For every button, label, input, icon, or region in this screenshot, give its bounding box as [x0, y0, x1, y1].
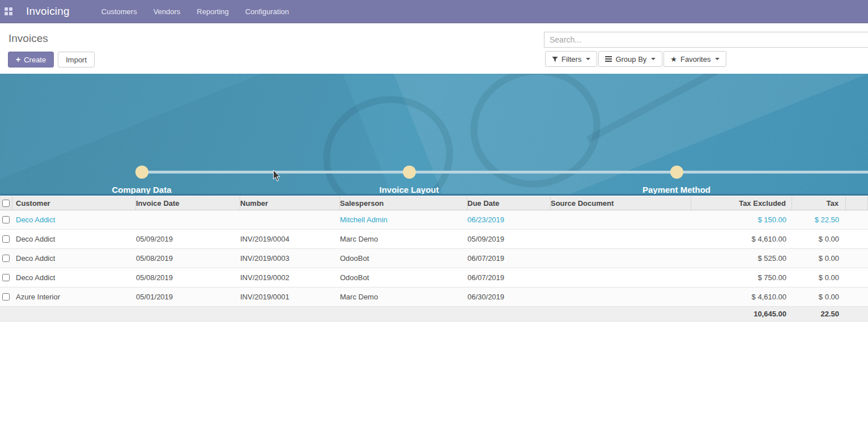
cell-tax-excluded[interactable]: $ 4,610.00 — [691, 293, 792, 301]
cell-invoice-date[interactable]: 05/01/2019 — [136, 293, 240, 301]
nav-customers[interactable]: Customers — [101, 7, 137, 16]
cell-tax[interactable]: $ 0.00 — [792, 273, 846, 282]
table-row[interactable]: Deco Addict 05/08/2019 INV/2019/0002 Odo… — [0, 268, 868, 288]
cell-salesperson[interactable]: OdooBot — [340, 273, 467, 282]
cell-customer[interactable]: Azure Interior — [12, 293, 136, 301]
cell-number[interactable]: INV/2019/0001 — [240, 293, 340, 301]
header-tax[interactable]: Tax — [792, 196, 846, 210]
top-bar: Invoicing Customers Vendors Reporting Co… — [0, 0, 868, 23]
group-by-lines-icon — [605, 56, 612, 62]
top-nav: Customers Vendors Reporting Configuratio… — [101, 7, 289, 16]
row-checkbox[interactable] — [2, 235, 10, 243]
cell-invoice-date[interactable]: 05/09/2019 — [136, 235, 240, 243]
onboarding-step-company-data: Company Data Set your company's data for… — [57, 185, 227, 196]
cell-customer[interactable]: Deco Addict — [12, 254, 136, 263]
chevron-down-icon — [651, 58, 656, 60]
step-dot-3 — [670, 166, 683, 179]
header-tax-excluded[interactable]: Tax Excluded — [691, 196, 792, 210]
invoice-list-view: Customer Invoice Date Number Salesperson… — [0, 196, 868, 322]
nav-reporting[interactable]: Reporting — [197, 7, 228, 16]
cell-customer[interactable]: Deco Addict — [12, 215, 136, 224]
header-invoice-date[interactable]: Invoice Date — [136, 196, 240, 210]
header-due-date[interactable]: Due Date — [467, 196, 551, 210]
onboarding-banner: Company Data Set your company's data for… — [0, 74, 868, 196]
cell-salesperson[interactable]: Marc Demo — [340, 235, 467, 243]
total-tax: 22.50 — [792, 310, 846, 318]
row-checkbox[interactable] — [2, 274, 10, 281]
create-button[interactable]: + Create — [8, 52, 54, 67]
cell-invoice-date[interactable]: 05/08/2019 — [136, 254, 240, 263]
cell-tax-excluded[interactable]: $ 150.00 — [691, 215, 792, 224]
select-all-checkbox[interactable] — [2, 200, 10, 207]
invoicing-app: Invoicing Customers Vendors Reporting Co… — [0, 0, 868, 427]
step-dot-2 — [403, 166, 416, 179]
header-salesperson[interactable]: Salesperson — [340, 196, 467, 210]
cell-number[interactable]: INV/2019/0003 — [240, 254, 340, 263]
cell-due-date[interactable]: 06/30/2019 — [467, 293, 551, 301]
plus-icon: + — [16, 55, 20, 64]
filters-button-label: Filters — [561, 55, 581, 64]
cell-due-date[interactable]: 06/07/2019 — [467, 273, 551, 282]
row-checkbox-cell — [0, 235, 12, 243]
cell-salesperson[interactable]: OdooBot — [340, 254, 467, 263]
cell-due-date[interactable]: 06/07/2019 — [467, 254, 551, 263]
funnel-icon — [552, 56, 558, 62]
row-checkbox-cell — [0, 274, 12, 281]
onboarding-step-payment-method: Payment Method Configure your payment me… — [592, 185, 761, 196]
cell-invoice-date[interactable]: 05/08/2019 — [136, 273, 240, 282]
table-row[interactable]: Deco Addict 05/09/2019 INV/2019/0004 Mar… — [0, 230, 868, 249]
cell-customer[interactable]: Deco Addict — [12, 235, 136, 243]
cell-tax[interactable]: $ 0.00 — [792, 235, 846, 243]
cell-salesperson[interactable]: Marc Demo — [340, 293, 467, 301]
favorites-button[interactable]: ★ Favorites — [663, 51, 726, 67]
filters-button[interactable]: Filters — [545, 51, 597, 67]
invoice-table-body: Deco Addict Mitchell Admin 06/23/2019 $ … — [0, 210, 868, 307]
row-checkbox[interactable] — [2, 216, 10, 223]
cell-due-date[interactable]: 06/23/2019 — [467, 215, 551, 224]
search-filter-buttons: Filters Group By ★ Favorites — [545, 51, 726, 67]
cell-due-date[interactable]: 05/09/2019 — [467, 235, 551, 243]
table-row[interactable]: Deco Addict Mitchell Admin 06/23/2019 $ … — [0, 210, 868, 230]
apps-grid-icon[interactable] — [5, 7, 13, 16]
cell-tax-excluded[interactable]: $ 750.00 — [691, 273, 792, 282]
list-header-row: Customer Invoice Date Number Salesperson… — [0, 196, 868, 210]
cell-tax[interactable]: $ 0.00 — [792, 254, 846, 263]
table-row[interactable]: Deco Addict 05/08/2019 INV/2019/0003 Odo… — [0, 249, 868, 268]
import-button[interactable]: Import — [58, 52, 95, 67]
step-title: Payment Method — [592, 185, 761, 195]
onboarding-progress-line — [142, 171, 868, 174]
nav-configuration[interactable]: Configuration — [245, 7, 289, 16]
onboarding-step-invoice-layout: Invoice Layout Customize the look of you… — [324, 185, 494, 196]
header-source-document[interactable]: Source Document — [551, 196, 691, 210]
row-checkbox[interactable] — [2, 293, 10, 301]
row-checkbox-cell — [0, 255, 12, 262]
cell-customer[interactable]: Deco Addict — [12, 273, 136, 282]
header-customer[interactable]: Customer — [12, 196, 136, 210]
search-input[interactable] — [544, 32, 868, 48]
chevron-down-icon — [586, 58, 590, 60]
nav-vendors[interactable]: Vendors — [154, 7, 181, 16]
cell-number[interactable]: INV/2019/0002 — [240, 273, 340, 282]
step-title: Invoice Layout — [324, 185, 494, 195]
cell-tax-excluded[interactable]: $ 525.00 — [691, 254, 792, 263]
chevron-down-icon — [715, 58, 720, 60]
group-by-button-label: Group By — [615, 55, 646, 64]
cell-number[interactable]: INV/2019/0004 — [240, 235, 340, 243]
app-brand[interactable]: Invoicing — [26, 5, 70, 18]
total-tax-excluded: 10,645.00 — [691, 310, 792, 318]
star-icon: ★ — [670, 56, 677, 63]
header-number[interactable]: Number — [240, 196, 340, 210]
header-spacer — [846, 196, 868, 210]
cell-tax[interactable]: $ 22.50 — [792, 215, 846, 224]
step-dot-1 — [135, 166, 148, 179]
select-all-checkbox-cell — [0, 196, 12, 210]
row-checkbox-cell — [0, 293, 12, 301]
row-checkbox-cell — [0, 216, 12, 223]
group-by-button[interactable]: Group By — [598, 51, 662, 67]
cell-salesperson[interactable]: Mitchell Admin — [340, 215, 467, 224]
cell-tax-excluded[interactable]: $ 4,610.00 — [691, 235, 792, 243]
table-row[interactable]: Azure Interior 05/01/2019 INV/2019/0001 … — [0, 288, 868, 307]
import-button-label: Import — [66, 56, 87, 64]
row-checkbox[interactable] — [2, 255, 10, 262]
cell-tax[interactable]: $ 0.00 — [792, 293, 846, 301]
